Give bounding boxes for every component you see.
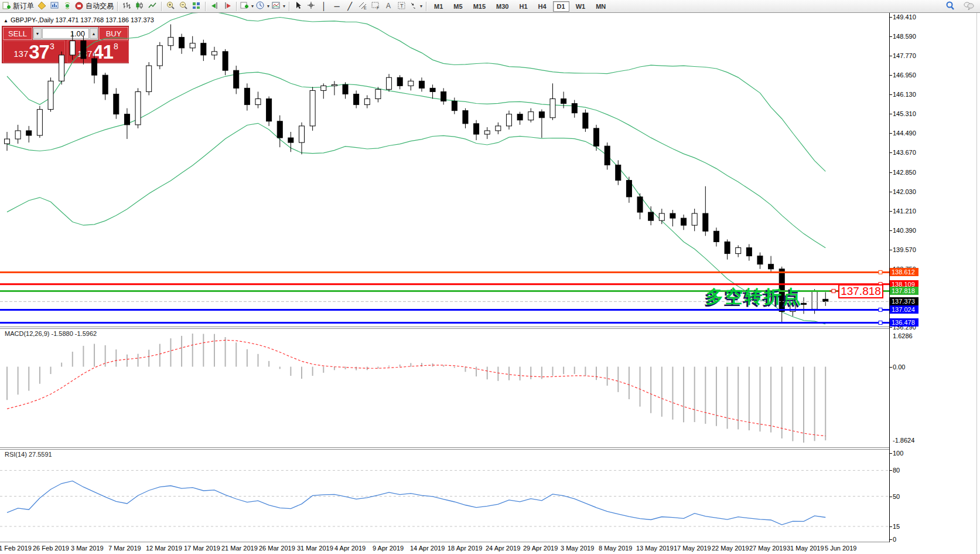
text-tool-button[interactable]: A [382,1,395,12]
axis-tick [889,192,892,192]
tf-m15-button[interactable]: M15 [469,1,490,12]
candle-body [288,138,293,142]
axis-tick [889,94,892,95]
candle-body [463,111,468,124]
axis-tick-label: 147.770 [893,52,916,59]
trendline-tool-button[interactable]: ╱ [343,1,356,12]
macd-pane[interactable] [0,329,889,447]
candle-body [539,112,544,118]
candle-body [713,231,719,242]
main-price-chart[interactable] [0,13,889,328]
line-handle[interactable] [879,308,882,311]
fibonacci-tool-button[interactable]: F [369,1,382,12]
text-icon: A [386,2,391,10]
axis-tick-label: 140.390 [893,227,916,234]
history-center-button[interactable] [35,1,48,12]
candle-body [496,126,501,131]
axis-tick [889,152,892,153]
turning-point-annotation[interactable]: 多空转折点 [706,285,803,309]
chart-shift-icon [223,1,232,12]
autotrade-button[interactable]: 自动交易 [74,1,115,12]
autotrade-label: 自动交易 [86,1,114,11]
candle-body [637,197,643,212]
svg-text:F: F [377,6,379,10]
toolbar-separator [205,2,206,11]
toolbar-separator [289,2,289,11]
templates-button[interactable]: ▾ [271,1,286,12]
indicators-button[interactable]: ▾ [239,1,255,12]
vertical-line-tool-button[interactable]: │ [317,1,330,12]
line-handle[interactable] [879,321,882,324]
tf-h1-button[interactable]: H1 [515,1,531,12]
horizontal-line-tool-button[interactable]: ─ [330,1,343,12]
zoom-out-button[interactable] [177,1,190,12]
tf-m30-button[interactable]: M30 [492,1,513,12]
arrows-tool-button[interactable]: ▾ [408,1,424,12]
axis-tick [889,526,892,527]
candle-body [692,213,697,225]
tile-windows-button[interactable] [190,1,203,12]
periods-button[interactable]: ▾ [255,1,271,12]
date-label: 9 Apr 2019 [373,545,404,552]
bar-chart-button[interactable] [120,1,133,12]
market-watch-button[interactable] [48,1,61,12]
candle-body [310,90,315,125]
signals-button[interactable] [61,1,74,12]
candle-body [332,84,337,86]
tf-m5-button[interactable]: M5 [449,1,466,12]
candle-body [387,77,392,89]
candle-body [561,99,566,104]
candle-body [648,212,654,220]
rsi-axis-label: 0 [893,536,896,543]
zoom-in-button[interactable] [164,1,177,12]
candle-body [92,59,97,75]
search-button[interactable] [944,1,957,12]
crosshair-tool-button[interactable] [305,1,317,12]
candle-body [48,81,53,109]
chart-shift-button[interactable] [221,1,234,12]
dropdown-arrow-icon: ▾ [283,4,285,9]
new-order-button[interactable]: 新订单 [1,1,35,12]
line-handle[interactable] [879,270,882,274]
rsi-pane[interactable] [0,450,889,542]
date-label: 7 Mar 2019 [108,545,141,552]
axis-tick-label: 146.130 [893,91,916,98]
date-label: 4 Apr 2019 [334,545,366,552]
dropdown-arrow-icon: ▾ [251,4,254,9]
axis-tick-label: 141.210 [893,208,916,215]
cursor-tool-button[interactable] [292,1,305,12]
chat-button[interactable] [962,1,975,12]
auto-scroll-button[interactable] [208,1,221,12]
date-label: 26 Mar 2019 [259,545,295,552]
candle-body [5,139,10,144]
candle-body [70,41,75,55]
tf-h4-button[interactable]: H4 [534,1,551,12]
candle-body [441,91,446,101]
svg-text:T: T [400,3,404,9]
tile-windows-icon [192,1,201,12]
candlestick-chart-button[interactable] [133,1,146,12]
terminal-window: 新订单 自动交易 [0,0,980,554]
date-label: 22 May 2019 [712,545,749,552]
macd-axis-min: -1.8624 [893,437,914,444]
channel-icon: E [358,1,367,12]
date-label: 31 Mar 2019 [297,545,333,552]
candle-body [397,77,402,86]
candle-body [103,75,108,94]
callout-anchor-handle[interactable] [832,289,835,293]
candle-body [528,112,534,120]
tf-mn-button[interactable]: MN [592,1,610,12]
line-chart-button[interactable] [146,1,159,12]
date-label: 12 Mar 2019 [146,545,182,552]
current-price-label: 137.373 [890,297,918,305]
axis-tick [889,327,892,328]
indicators-icon [240,1,249,12]
text-label-tool-button[interactable]: T [395,1,408,12]
tf-d1-button[interactable]: D1 [553,1,569,12]
tf-w1-button[interactable]: W1 [572,1,590,12]
equidistant-channel-tool-button[interactable]: E [356,1,369,12]
date-label: 8 May 2019 [599,545,632,552]
price-callout-box[interactable]: 137.818 [838,284,883,298]
tf-m1-button[interactable]: M1 [430,1,447,12]
candle-body [37,110,42,135]
